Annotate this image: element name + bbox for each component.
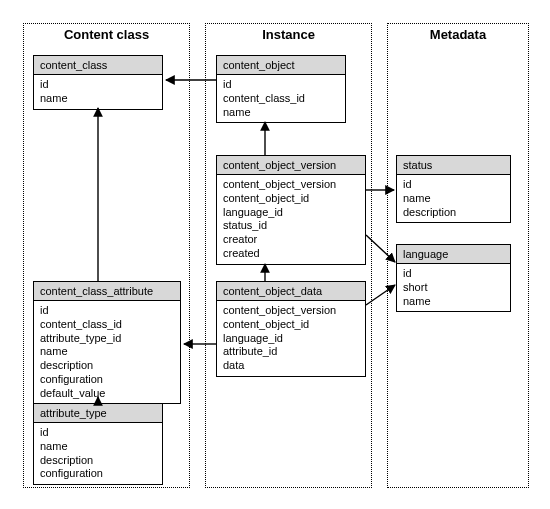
- field: id: [403, 178, 504, 192]
- field: content_class_id: [40, 318, 174, 332]
- field: content_object_version: [223, 304, 359, 318]
- entity-title: content_object_version: [217, 156, 365, 175]
- entity-title: language: [397, 245, 510, 264]
- field: configuration: [40, 467, 156, 481]
- field: short: [403, 281, 504, 295]
- field: name: [403, 295, 504, 309]
- entity-fields: id content_class_id name: [217, 75, 345, 122]
- field: attribute_id: [223, 345, 359, 359]
- entity-fields: content_object_version content_object_id…: [217, 301, 365, 376]
- entity-fields: id short name: [397, 264, 510, 311]
- entity-fields: id name: [34, 75, 162, 109]
- field: content_object_id: [223, 192, 359, 206]
- field: description: [40, 359, 174, 373]
- entity-title: status: [397, 156, 510, 175]
- entity-fields: content_object_version content_object_id…: [217, 175, 365, 264]
- field: name: [40, 345, 174, 359]
- entity-fields: id name description: [397, 175, 510, 222]
- entity-status: status id name description: [396, 155, 511, 223]
- field: configuration: [40, 373, 174, 387]
- field: name: [403, 192, 504, 206]
- field: status_id: [223, 219, 359, 233]
- entity-content-class: content_class id name: [33, 55, 163, 110]
- field: id: [223, 78, 339, 92]
- field: name: [223, 106, 339, 120]
- entity-attribute-type: attribute_type id name description confi…: [33, 403, 163, 485]
- entity-content-object-version: content_object_version content_object_ve…: [216, 155, 366, 265]
- field: data: [223, 359, 359, 373]
- zone-title: Instance: [206, 27, 371, 42]
- field: creator: [223, 233, 359, 247]
- entity-content-object: content_object id content_class_id name: [216, 55, 346, 123]
- entity-title: content_class_attribute: [34, 282, 180, 301]
- entity-title: content_class: [34, 56, 162, 75]
- zone-title: Metadata: [388, 27, 528, 42]
- field: id: [403, 267, 504, 281]
- field: language_id: [223, 332, 359, 346]
- field: language_id: [223, 206, 359, 220]
- entity-content-object-data: content_object_data content_object_versi…: [216, 281, 366, 377]
- zone-title: Content class: [24, 27, 189, 42]
- field: attribute_type_id: [40, 332, 174, 346]
- entity-fields: id content_class_id attribute_type_id na…: [34, 301, 180, 403]
- entity-title: content_object_data: [217, 282, 365, 301]
- field: description: [40, 454, 156, 468]
- field: content_object_id: [223, 318, 359, 332]
- entity-language: language id short name: [396, 244, 511, 312]
- field: name: [40, 440, 156, 454]
- entity-title: attribute_type: [34, 404, 162, 423]
- entity-fields: id name description configuration: [34, 423, 162, 484]
- field: name: [40, 92, 156, 106]
- entity-content-class-attribute: content_class_attribute id content_class…: [33, 281, 181, 404]
- field: id: [40, 78, 156, 92]
- field: id: [40, 304, 174, 318]
- field: default_value: [40, 387, 174, 401]
- field: description: [403, 206, 504, 220]
- field: content_class_id: [223, 92, 339, 106]
- entity-title: content_object: [217, 56, 345, 75]
- field: created: [223, 247, 359, 261]
- field: content_object_version: [223, 178, 359, 192]
- field: id: [40, 426, 156, 440]
